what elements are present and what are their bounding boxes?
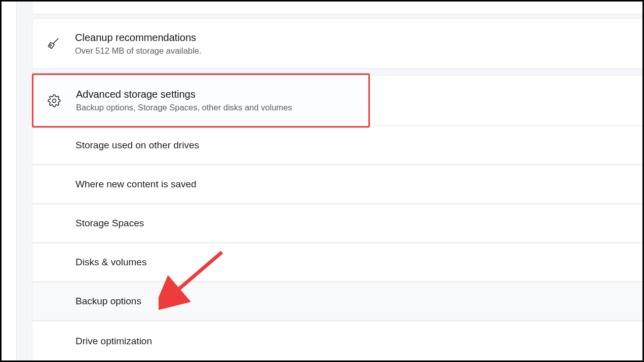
advanced-text: Advanced storage settings Backup options… — [76, 88, 292, 113]
left-gutter — [2, 2, 17, 360]
sub-item-where-new-content-saved[interactable]: Where new content is saved — [32, 165, 642, 204]
advanced-title: Advanced storage settings — [76, 88, 292, 101]
sub-item-label: Backup options — [75, 296, 141, 307]
sub-item-drive-optimization[interactable]: Drive optimization — [32, 321, 642, 361]
partial-tile-top[interactable] — [32, 2, 642, 14]
sub-item-label: Drive optimization — [75, 336, 152, 347]
broom-icon — [47, 37, 60, 50]
sub-item-backup-options[interactable]: Backup options — [32, 282, 642, 320]
cleanup-text: Cleanup recommendations Over 512 MB of s… — [75, 31, 201, 56]
sub-item-storage-spaces[interactable]: Storage Spaces — [32, 204, 642, 243]
cleanup-subtitle: Over 512 MB of storage available. — [75, 45, 201, 56]
gear-icon — [48, 94, 61, 107]
sub-item-label: Storage used on other drives — [75, 140, 199, 151]
settings-storage-panel: Cleanup recommendations Over 512 MB of s… — [0, 0, 644, 362]
cleanup-title: Cleanup recommendations — [75, 31, 201, 44]
sub-item-label: Storage Spaces — [75, 218, 144, 229]
cleanup-recommendations-tile[interactable]: Cleanup recommendations Over 512 MB of s… — [32, 18, 642, 69]
sub-item-disks-and-volumes[interactable]: Disks & volumes — [32, 243, 642, 281]
advanced-storage-settings-highlight[interactable]: Advanced storage settings Backup options… — [32, 73, 370, 128]
advanced-subtitle: Backup options, Storage Spaces, other di… — [76, 102, 292, 113]
sub-item-storage-used-other-drives[interactable]: Storage used on other drives — [32, 126, 642, 165]
sub-item-label: Where new content is saved — [75, 179, 197, 190]
svg-point-0 — [53, 99, 56, 102]
sub-item-label: Disks & volumes — [75, 257, 146, 268]
